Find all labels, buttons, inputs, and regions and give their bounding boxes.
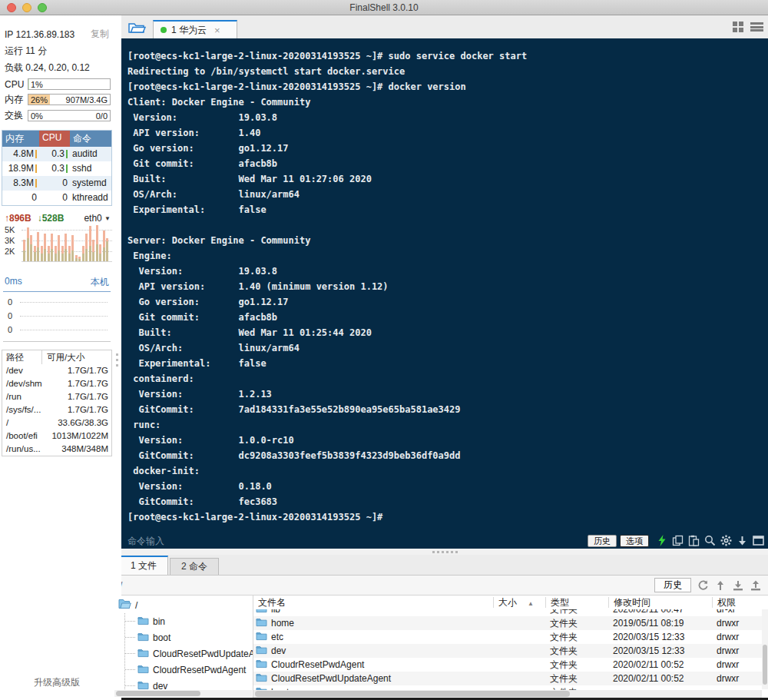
- file-history-button[interactable]: 历史: [654, 578, 691, 592]
- disk-row[interactable]: /boot/efi1013M/1022M: [2, 430, 111, 443]
- column-header-type[interactable]: 类型: [545, 597, 608, 608]
- disk-header-path[interactable]: 路径: [2, 350, 42, 364]
- copy-ip-button[interactable]: 复制: [91, 28, 109, 41]
- process-row[interactable]: 18.9M0.3sshd: [2, 161, 111, 176]
- file-vertical-scrollbar[interactable]: [762, 609, 768, 689]
- disk-row[interactable]: /dev/shm1.7G/1.7G: [2, 377, 111, 390]
- ping-chart: 000: [3, 295, 111, 342]
- list-view-icon[interactable]: [750, 22, 763, 32]
- disk-row[interactable]: /run1.7G/1.7G: [2, 390, 111, 403]
- column-header-perm[interactable]: 权限: [712, 597, 768, 608]
- folder-icon: [256, 609, 267, 615]
- close-window-button[interactable]: [7, 3, 16, 12]
- tree-item[interactable]: bin: [125, 613, 253, 629]
- file-table: 文件名 大小▲ 类型 修改时间 权限 lib文件夹2020/02/11 00:4…: [253, 595, 768, 698]
- refresh-icon[interactable]: [697, 579, 709, 592]
- close-tab-icon[interactable]: ×: [214, 25, 220, 36]
- file-horizontal-scrollbar[interactable]: [253, 690, 762, 698]
- open-connection-button[interactable]: [125, 19, 148, 36]
- file-row[interactable]: CloudResetPwdUpdateAgent文件夹2020/02/11 00…: [253, 672, 768, 685]
- tree-horizontal-scrollbar[interactable]: [114, 690, 252, 697]
- disk-row[interactable]: /run/us...348M/348M: [2, 443, 111, 456]
- history-button[interactable]: 历史: [588, 535, 617, 547]
- sort-ascending-icon: ▲: [528, 600, 534, 607]
- tab-commands[interactable]: 2 命令: [170, 558, 219, 575]
- minimize-window-button[interactable]: [22, 3, 31, 12]
- process-header-cpu[interactable]: CPU: [39, 131, 70, 147]
- tree-item[interactable]: CloudResetPwdUpdateAgent: [125, 645, 253, 662]
- file-row[interactable]: dev文件夹2020/03/15 12:33drwxr: [253, 644, 768, 658]
- download-icon[interactable]: [732, 579, 744, 592]
- finalshell-window: FinalShell 3.0.10 IP 121.36.89.183 复制 运行…: [0, 0, 768, 700]
- ping-latency: 0ms: [5, 276, 22, 289]
- tree-children: binbootCloudResetPwdUpdateAgentCloudrRes…: [124, 613, 253, 694]
- process-row[interactable]: 00kthreadd: [2, 191, 111, 205]
- file-row[interactable]: lib文件夹2020/02/11 00:47dr-xr: [253, 609, 768, 616]
- disk-row[interactable]: /dev1.7G/1.7G: [2, 364, 111, 377]
- arrow-up-icon[interactable]: [714, 579, 727, 592]
- disk-table: 路径 可用/大小 /dev1.7G/1.7G/dev/shm1.7G/1.7G/…: [2, 350, 112, 456]
- lightning-icon[interactable]: [656, 535, 667, 546]
- panel-splitter[interactable]: [121, 549, 768, 555]
- disk-header-size[interactable]: 可用/大小: [42, 350, 111, 364]
- cpu-gauge: CPU 1%: [5, 78, 111, 90]
- swap-gauge: 交换 0% 0/0: [5, 109, 111, 122]
- zoom-window-button[interactable]: [38, 3, 47, 12]
- process-table: 内存 CPU 命令 4.8M0.3auditd18.9M0.3sshd8.3M0…: [2, 130, 112, 206]
- upgrade-link[interactable]: 升级高级版: [0, 676, 114, 700]
- directory-tree: / binbootCloudResetPwdUpdateAgentCloudrR…: [114, 595, 253, 698]
- grid-view-icon[interactable]: [733, 22, 744, 32]
- session-tab-label: 1 华为云: [171, 24, 207, 37]
- column-header-mtime[interactable]: 修改时间: [608, 597, 712, 608]
- folder-icon: [137, 648, 149, 660]
- tree-item[interactable]: CloudrResetPwdAgent: [125, 662, 253, 678]
- gear-icon[interactable]: [720, 535, 732, 546]
- folder-icon: [137, 615, 149, 628]
- tree-root[interactable]: /: [114, 597, 253, 613]
- folder-open-icon: [118, 599, 131, 612]
- process-row[interactable]: 8.3M0systemd: [2, 176, 111, 191]
- ping-row: 0: [3, 295, 111, 309]
- titlebar: FinalShell 3.0.10: [0, 0, 768, 15]
- column-header-size[interactable]: 大小▲: [493, 597, 545, 608]
- folder-icon: [256, 672, 267, 685]
- ping-row: 0: [3, 309, 111, 323]
- column-header-filename[interactable]: 文件名: [253, 597, 493, 608]
- options-button[interactable]: 选项: [620, 535, 649, 547]
- ping-row: 0: [3, 323, 111, 337]
- disk-row[interactable]: /sys/fs/...1.7G/1.7G: [2, 403, 111, 416]
- file-row[interactable]: etc文件夹2020/03/15 12:33drwxr: [253, 630, 768, 644]
- upload-icon[interactable]: [750, 579, 762, 592]
- folder-icon: [256, 631, 267, 643]
- folder-icon: [256, 617, 267, 629]
- file-row[interactable]: CloudrResetPwdAgent文件夹2020/02/11 00:52dr…: [253, 658, 768, 672]
- interface-dropdown[interactable]: eth0 ▼: [84, 213, 111, 224]
- path-input[interactable]: /: [120, 580, 649, 591]
- process-header-command[interactable]: 命令: [70, 131, 111, 147]
- bottom-panel: 1 文件 2 命令 / 历史: [114, 555, 768, 700]
- file-row[interactable]: home文件夹2019/05/11 08:19drwxr: [253, 616, 768, 630]
- tab-files[interactable]: 1 文件: [119, 556, 168, 575]
- process-header-memory[interactable]: 内存: [2, 131, 39, 147]
- session-tabbar: 1 华为云 ×: [121, 15, 768, 38]
- upload-rate: ↑896B: [5, 213, 31, 224]
- command-input[interactable]: [127, 536, 584, 546]
- folder-icon: [256, 659, 267, 671]
- tree-item[interactable]: boot: [125, 629, 253, 645]
- disk-row[interactable]: /33.6G/38.3G: [2, 416, 111, 430]
- bottom-tabs: 1 文件 2 命令: [114, 555, 768, 575]
- network-header: ↑896B ↓528B eth0 ▼: [5, 213, 111, 224]
- folder-icon: [137, 664, 149, 676]
- process-rows: 4.8M0.3auditd18.9M0.3sshd8.3M0systemd00k…: [2, 147, 111, 205]
- window-icon[interactable]: [753, 535, 764, 546]
- terminal-output[interactable]: [root@ecs-kc1-large-2-linux-202003141935…: [121, 38, 768, 534]
- paste-icon[interactable]: [688, 535, 700, 546]
- copy-icon[interactable]: [672, 535, 684, 546]
- window-title: FinalShell 3.0.10: [349, 2, 418, 13]
- search-icon[interactable]: [704, 535, 716, 546]
- session-tab-huaweiyun[interactable]: 1 华为云 ×: [153, 20, 237, 38]
- process-row[interactable]: 4.8M0.3auditd: [2, 147, 111, 161]
- uptime-label: 运行 11 分: [0, 43, 114, 60]
- arrow-down-icon[interactable]: [737, 535, 748, 546]
- ping-target[interactable]: 本机: [91, 276, 109, 289]
